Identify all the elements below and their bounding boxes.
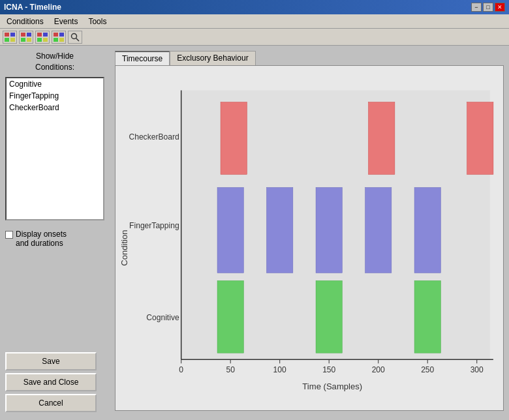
svg-rect-9	[43, 33, 48, 37]
toolbar-button-1[interactable]	[3, 31, 17, 44]
checkerboard-bar-1	[221, 102, 247, 175]
svg-rect-8	[37, 33, 42, 37]
search-icon	[70, 33, 80, 42]
fingertapping-bar-5	[414, 187, 440, 273]
svg-point-16	[72, 33, 77, 38]
bottom-buttons: Save Save and Close Cancel	[5, 352, 104, 415]
menu-events[interactable]: Events	[50, 16, 82, 27]
y-label-cognitive: Cognitive	[146, 313, 179, 322]
menu-tools[interactable]: Tools	[84, 16, 110, 27]
minimize-button[interactable]: −	[471, 3, 482, 12]
y-axis-label: Condition	[119, 230, 129, 265]
chart-container: Condition 0 50 100 150 200 250 300	[115, 65, 504, 411]
save-button[interactable]: Save	[5, 352, 97, 370]
svg-rect-2	[5, 38, 9, 42]
main-content: Show/Hide Conditions: Cognitive FingerTa…	[0, 46, 509, 420]
cognitive-bar-1	[217, 280, 243, 353]
checkerboard-bar-2	[369, 102, 395, 175]
svg-rect-1	[10, 33, 15, 37]
title-bar: ICNA - Timeline − □ ✕	[0, 0, 509, 14]
svg-rect-15	[59, 38, 64, 42]
fingertapping-bar-2	[267, 187, 293, 273]
svg-rect-7	[27, 38, 31, 42]
menu-bar: Conditions Events Tools	[0, 14, 509, 29]
svg-text:150: 150	[322, 365, 335, 374]
svg-text:0: 0	[179, 365, 183, 374]
svg-text:100: 100	[273, 365, 286, 374]
display-onsets-checkbox[interactable]	[5, 231, 13, 239]
fingertapping-bar-4	[365, 187, 392, 273]
maximize-button[interactable]: □	[483, 3, 493, 12]
right-panel: Timecourse Exclusory Behaviour Condition…	[110, 46, 509, 420]
timeline-chart: Condition 0 50 100 150 200 250 300	[116, 66, 503, 410]
display-onsets-label: Display onsets and durations	[5, 230, 104, 248]
tab-timecourse[interactable]: Timecourse	[115, 51, 170, 65]
condition-item-cognitive[interactable]: Cognitive	[7, 78, 103, 90]
svg-rect-4	[21, 33, 25, 37]
svg-rect-6	[21, 38, 25, 42]
left-panel: Show/Hide Conditions: Cognitive FingerTa…	[0, 46, 110, 420]
display-onsets-section: Display onsets and durations	[5, 230, 104, 248]
search-button[interactable]	[68, 31, 82, 44]
cognitive-bar-3	[414, 280, 440, 353]
checkerboard-bar-3	[467, 102, 493, 175]
save-close-button[interactable]: Save and Close	[5, 373, 97, 391]
fingertapping-bar-1	[217, 187, 243, 273]
y-label-fingertapping: FingerTapping	[129, 221, 179, 230]
tabs: Timecourse Exclusory Behaviour	[115, 51, 504, 65]
condition-item-checkerboard[interactable]: CheckerBoard	[7, 102, 103, 113]
cancel-button[interactable]: Cancel	[5, 394, 97, 412]
svg-rect-11	[43, 38, 48, 42]
svg-rect-3	[10, 38, 15, 42]
menu-conditions[interactable]: Conditions	[3, 16, 48, 27]
svg-text:250: 250	[421, 365, 434, 374]
svg-rect-13	[59, 33, 64, 37]
svg-line-17	[76, 38, 80, 41]
svg-text:200: 200	[372, 365, 385, 374]
show-hide-label: Show/Hide Conditions:	[5, 51, 104, 73]
toolbar-button-3[interactable]	[35, 31, 50, 44]
svg-rect-12	[54, 33, 58, 37]
toolbar	[0, 29, 509, 46]
close-button[interactable]: ✕	[495, 3, 505, 12]
svg-text:50: 50	[226, 365, 235, 374]
conditions-listbox[interactable]: Cognitive FingerTapping CheckerBoard	[5, 77, 104, 220]
window-title: ICNA - Timeline	[4, 3, 61, 12]
svg-rect-10	[37, 38, 42, 42]
x-axis-label: Time (Samples)	[302, 382, 362, 391]
svg-text:300: 300	[470, 365, 484, 374]
condition-item-fingertapping[interactable]: FingerTapping	[7, 90, 103, 102]
svg-rect-14	[54, 38, 58, 42]
toolbar-button-2[interactable]	[19, 31, 33, 44]
toolbar-button-4[interactable]	[52, 31, 66, 44]
y-label-checkerboard: CheckerBoard	[129, 132, 179, 142]
fingertapping-bar-3	[316, 187, 342, 273]
svg-rect-5	[27, 33, 31, 37]
window-controls: − □ ✕	[471, 3, 505, 12]
svg-rect-0	[5, 33, 9, 37]
cognitive-bar-2	[316, 280, 342, 353]
tab-exclusory[interactable]: Exclusory Behaviour	[170, 51, 255, 65]
